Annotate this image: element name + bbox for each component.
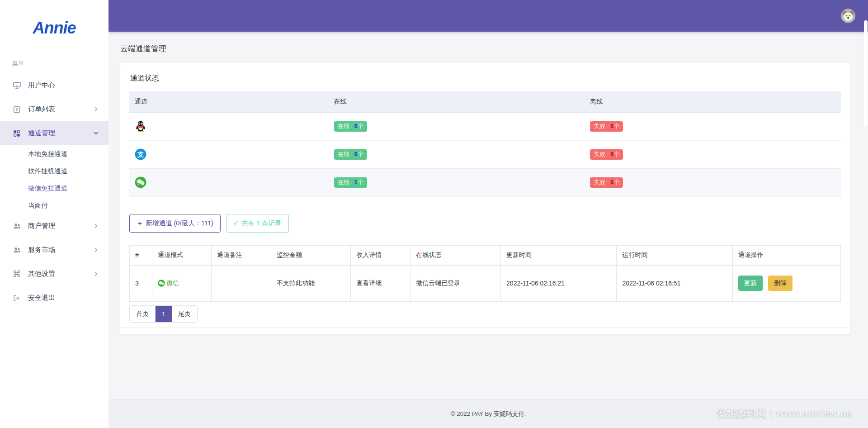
sidebar-item-merchants[interactable]: 商户管理 <box>0 214 108 238</box>
check-icon: ✓ <box>233 219 239 227</box>
record-count-button[interactable]: ✓ 共有 1 条记录 <box>226 214 289 233</box>
cell-remark <box>211 265 271 301</box>
logout-icon <box>12 294 21 303</box>
svg-text:$: $ <box>16 107 18 112</box>
offline-count-badge: 失效 : 0个 <box>590 149 623 160</box>
sidebar-item-label: 用户中心 <box>28 81 55 90</box>
menu-section-label: 菜单 <box>12 60 108 68</box>
users-icon <box>12 246 21 255</box>
sidebar-subitem-local-channel[interactable]: 本地免挂通道 <box>0 145 108 162</box>
sidebar-item-label: 安全退出 <box>28 294 55 302</box>
status-col-offline: 离线 <box>585 91 841 112</box>
chevron-right-icon <box>94 247 99 252</box>
channel-table-row: 3 <box>130 265 841 301</box>
watermark-text: 安妮源码网：www.anniew.cn <box>717 407 852 420</box>
sidebar-item-label: 其他设置 <box>28 270 55 278</box>
offline-count-badge: 失效 : 0个 <box>590 121 623 132</box>
wechat-icon <box>135 176 146 188</box>
chevron-right-icon <box>94 107 99 112</box>
cell-online-status: 微信云端已登录 <box>410 265 501 301</box>
user-avatar[interactable] <box>841 9 855 23</box>
table-toolbar: ＋ 新增通道 (0/最大：111) ✓ 共有 1 条记录 <box>129 214 841 233</box>
monitor-icon <box>12 81 21 90</box>
sidebar-item-settings[interactable]: ⌘ 其他设置 <box>0 262 108 286</box>
alipay-icon: 支 <box>135 148 146 160</box>
content-area: 云端通道管理 通道状态 通道 在线 离线 <box>108 32 868 399</box>
pagination-last[interactable]: 尾页 <box>172 306 197 322</box>
qq-icon <box>135 120 146 132</box>
command-icon: ⌘ <box>12 270 21 279</box>
sidebar-subitem-wechat-channel[interactable]: 微信免挂通道 <box>0 180 108 197</box>
cell-actions: 更新 删除 <box>732 265 840 301</box>
sidebar-item-logout[interactable]: 安全退出 <box>0 286 108 310</box>
users-icon <box>12 222 21 231</box>
cell-mode: 微信 <box>152 265 212 301</box>
pagination-first[interactable]: 首页 <box>130 306 156 322</box>
col-monitor: 监控金额 <box>271 245 351 265</box>
sidebar-subitem-face-to-face-pay[interactable]: 当面付 <box>0 197 108 214</box>
page-title: 云端通道管理 <box>120 43 850 54</box>
status-row-wechat: 在线 : 1个 失效 : 0个 <box>129 168 841 196</box>
cell-index: 3 <box>130 265 152 301</box>
app-root: Annie 菜单 用户中心 $ <box>0 0 868 428</box>
sidebar-item-label: 订单列表 <box>28 105 55 114</box>
sidebar-item-market[interactable]: 服务市场 <box>0 238 108 262</box>
col-run-time: 运行时间 <box>617 245 732 265</box>
chevron-right-icon <box>94 271 99 276</box>
col-update-time: 更新时间 <box>501 245 617 265</box>
col-actions: 通道操作 <box>732 245 840 265</box>
view-income-detail-link[interactable]: 查看详细 <box>351 265 410 301</box>
sidebar-nav: 用户中心 $ 订单列表 <box>0 73 108 310</box>
card-title: 通道状态 <box>130 74 841 83</box>
update-channel-button[interactable]: 更新 <box>738 276 763 291</box>
status-col-channel: 通道 <box>129 91 329 112</box>
chevron-right-icon <box>94 224 99 228</box>
sidebar-subitem-software-channel[interactable]: 软件挂机通道 <box>0 162 108 180</box>
channel-table-header-row: # 通道模式 通道备注 监控金额 收入详情 在线状态 更新时间 运行时间 通道操… <box>130 245 841 265</box>
vertical-scrollbar-thumb[interactable] <box>864 20 868 127</box>
wechat-icon <box>158 280 165 287</box>
col-index: # <box>130 245 152 265</box>
sidebar-item-user-center[interactable]: 用户中心 <box>0 73 108 97</box>
pagination: 首页 1 尾页 <box>129 305 198 323</box>
add-channel-button[interactable]: ＋ 新增通道 (0/最大：111) <box>129 214 221 233</box>
cell-monitor: 不支持此功能 <box>271 265 351 301</box>
delete-channel-button[interactable]: 删除 <box>768 276 793 291</box>
sidebar-item-orders[interactable]: $ 订单列表 <box>0 97 108 121</box>
online-count-badge: 在线 : 1个 <box>334 177 367 188</box>
chevron-down-icon <box>94 131 99 136</box>
offline-count-badge: 失效 : 0个 <box>590 177 623 188</box>
sidebar-subitem-label: 本地免挂通道 <box>28 150 67 158</box>
online-count-badge: 在线 : 0个 <box>334 149 367 160</box>
record-count-label: 共有 1 条记录 <box>241 219 282 228</box>
sidebar-item-label: 服务市场 <box>28 246 55 254</box>
col-online-status: 在线状态 <box>410 245 501 265</box>
copyright-text: © 2022 PAY By 安妮码支付. <box>451 410 526 418</box>
channel-list-table: # 通道模式 通道备注 监控金额 收入详情 在线状态 更新时间 运行时间 通道操… <box>129 245 841 302</box>
col-income: 收入详情 <box>351 245 410 265</box>
channel-status-card: 通道状态 通道 在线 离线 <box>120 63 850 334</box>
online-count-badge: 在线 : 0个 <box>334 121 367 132</box>
sidebar-item-label: 通道管理 <box>28 129 55 138</box>
col-remark: 通道备注 <box>211 245 271 265</box>
cell-run-time: 2022-11-06 02:16:51 <box>617 265 732 301</box>
pagination-page-1[interactable]: 1 <box>156 306 172 322</box>
main-area: 云端通道管理 通道状态 通道 在线 离线 <box>108 0 868 428</box>
sidebar-item-label: 商户管理 <box>28 222 55 230</box>
topbar <box>108 0 868 32</box>
app-logo: Annie <box>0 18 108 38</box>
status-header-row: 通道 在线 离线 <box>129 91 841 112</box>
sidebar-item-channels[interactable]: 通道管理 <box>0 121 108 145</box>
svg-text:支: 支 <box>137 151 144 158</box>
card-divider <box>120 327 850 328</box>
channels-icon <box>12 129 21 138</box>
channel-status-table: 通道 在线 离线 <box>129 91 841 197</box>
add-channel-label: 新增通道 (0/最大：111) <box>146 219 213 228</box>
dog-avatar-image <box>841 9 855 23</box>
channel-mode-label: 微信 <box>166 279 179 287</box>
order-list-icon: $ <box>12 105 21 114</box>
status-col-online: 在线 <box>329 91 585 112</box>
sidebar-subitem-label: 软件挂机通道 <box>28 167 67 176</box>
cell-update-time: 2022-11-06 02:16:21 <box>501 265 617 301</box>
status-row-qq: 在线 : 0个 失效 : 0个 <box>129 112 841 140</box>
